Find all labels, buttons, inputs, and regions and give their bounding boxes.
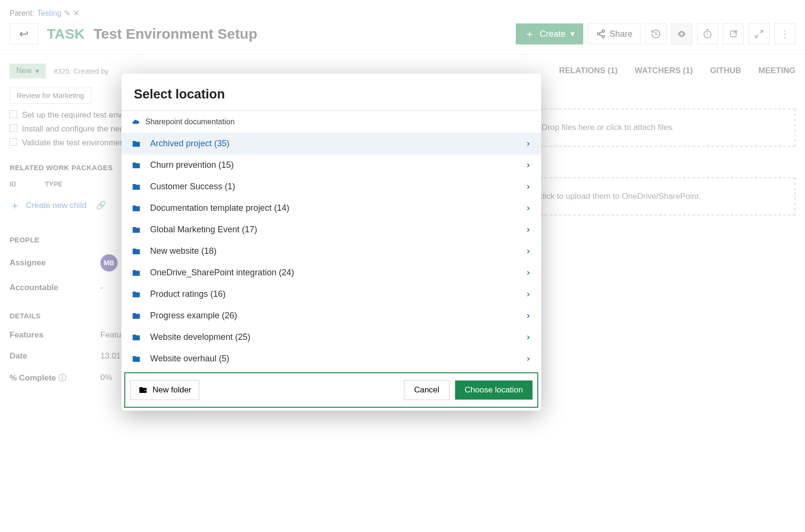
chevron-right-icon[interactable] <box>525 227 532 233</box>
folder-name: Product ratings (16) <box>150 289 516 299</box>
folder-row[interactable]: Documentation template project (14) <box>121 197 541 219</box>
new-folder-button[interactable]: New folder <box>130 380 199 400</box>
chevron-right-icon[interactable] <box>525 248 532 255</box>
folder-name: OneDrive_SharePoint integration (24) <box>150 268 516 278</box>
folder-row[interactable]: Website overhaul (5) <box>121 348 541 369</box>
folder-icon <box>131 333 141 342</box>
modal-breadcrumb[interactable]: Sharepoint documentation <box>121 111 541 133</box>
folder-name: Progress example (26) <box>150 311 516 321</box>
folder-row[interactable]: Product ratings (16) <box>121 283 541 305</box>
folder-name: Churn prevention (15) <box>150 160 516 170</box>
new-folder-label: New folder <box>152 385 191 395</box>
folder-row[interactable]: Global Marketing Event (17) <box>121 219 541 240</box>
folder-icon <box>131 140 141 148</box>
folder-name: Global Marketing Event (17) <box>150 225 516 235</box>
folder-row[interactable]: Customer Success (1) <box>121 176 541 197</box>
chevron-right-icon[interactable] <box>525 184 532 190</box>
choose-location-button[interactable]: Choose location <box>455 380 533 400</box>
folder-icon <box>131 204 141 213</box>
folder-name: Archived project (35) <box>150 139 516 149</box>
cancel-button[interactable]: Cancel <box>404 380 449 400</box>
select-location-modal: Select location Sharepoint documentation… <box>121 74 541 411</box>
folder-icon <box>131 290 141 299</box>
folder-row[interactable]: New website (18) <box>121 240 541 262</box>
folder-row[interactable]: Churn prevention (15) <box>121 154 541 176</box>
chevron-right-icon[interactable] <box>525 141 532 147</box>
modal-breadcrumb-label: Sharepoint documentation <box>145 118 235 126</box>
folder-icon <box>131 161 141 170</box>
chevron-right-icon[interactable] <box>525 205 532 212</box>
modal-title: Select location <box>121 74 541 110</box>
folder-row[interactable]: Archived project (35) <box>121 133 541 154</box>
chevron-right-icon[interactable] <box>525 162 532 169</box>
folder-name: New website (18) <box>150 246 516 256</box>
folder-icon <box>131 247 141 256</box>
folder-row[interactable]: Website development (25) <box>121 326 541 348</box>
folder-name: Website development (25) <box>150 332 516 342</box>
chevron-right-icon[interactable] <box>525 334 532 341</box>
folder-row[interactable]: OneDrive_SharePoint integration (24) <box>121 262 541 283</box>
chevron-right-icon[interactable] <box>525 291 532 298</box>
folder-icon <box>131 226 141 234</box>
folder-list: Archived project (35)Churn prevention (1… <box>121 133 541 369</box>
folder-row[interactable]: Progress example (26) <box>121 305 541 326</box>
folder-icon <box>131 183 141 191</box>
folder-name: Website overhaul (5) <box>150 354 516 364</box>
cloud-icon <box>131 118 141 126</box>
new-folder-icon <box>138 386 148 394</box>
folder-name: Documentation template project (14) <box>150 203 516 213</box>
chevron-right-icon[interactable] <box>525 313 532 319</box>
folder-icon <box>131 269 141 277</box>
folder-name: Customer Success (1) <box>150 182 516 192</box>
chevron-right-icon[interactable] <box>525 270 532 276</box>
folder-icon <box>131 312 141 320</box>
modal-footer: New folder Cancel Choose location <box>124 372 538 408</box>
folder-icon <box>131 355 141 363</box>
chevron-right-icon[interactable] <box>525 356 532 362</box>
